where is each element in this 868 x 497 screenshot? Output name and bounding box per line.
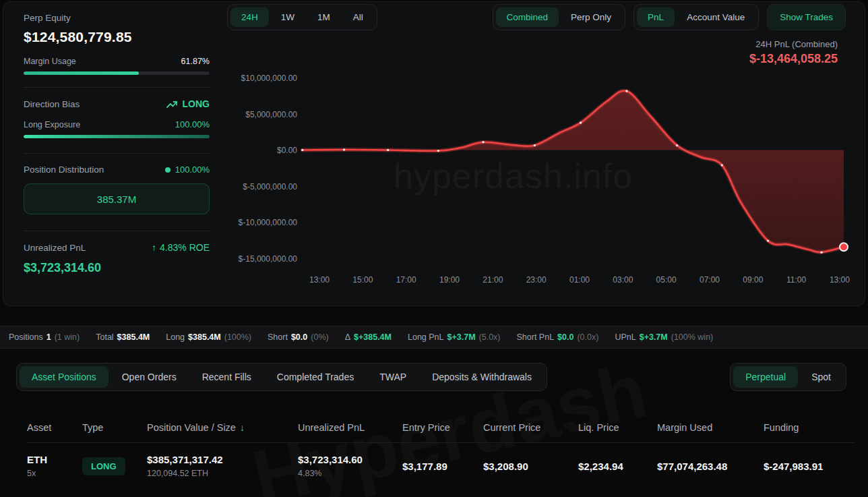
data-point-marker xyxy=(625,90,627,92)
direction-bias-value: LONG xyxy=(183,98,210,109)
chart-area: 24H1W1MAll CombinedPerp Only PnLAccount … xyxy=(222,2,865,305)
column-header-funding[interactable]: Funding xyxy=(764,422,855,433)
tab-recent-fills[interactable]: Recent Fills xyxy=(190,366,264,388)
column-header-label: Position Value / Size xyxy=(147,422,236,433)
table-body: ETH5xLONG$385,371,317.42120,094.52 ETH$3… xyxy=(27,443,855,478)
time-tab-24h[interactable]: 24H xyxy=(230,7,269,27)
time-tab-all[interactable]: All xyxy=(342,7,374,27)
sort-down-icon: ↓ xyxy=(240,422,245,433)
summary-total: Total$385.4M xyxy=(96,332,150,342)
summary-value: 1 xyxy=(46,332,51,342)
column-header-type[interactable]: Type xyxy=(82,422,147,433)
view-tab-account-value[interactable]: Account Value xyxy=(676,7,755,27)
unrealized-pnl-value: $3,723,314.60 xyxy=(298,454,402,465)
distribution-dot-icon xyxy=(165,167,170,173)
liq-price-cell: $2,234.94 xyxy=(578,461,657,472)
summary-paren: (0%) xyxy=(311,332,328,342)
show-trades-button[interactable]: Show Trades xyxy=(767,4,846,30)
perp-equity-value: $124,580,779.85 xyxy=(24,29,210,45)
position-distribution-box[interactable]: 385.37M xyxy=(24,183,210,214)
data-point-marker xyxy=(767,239,769,241)
position-value: $385,371,317.42 xyxy=(147,454,298,465)
data-point-marker xyxy=(676,144,678,146)
column-header-margin-used[interactable]: Margin Used xyxy=(657,422,764,433)
tab-open-orders[interactable]: Open Orders xyxy=(110,366,189,388)
type-cell: LONG xyxy=(82,457,147,475)
summary-paren: (5.0x) xyxy=(479,332,501,342)
trend-up-icon xyxy=(166,100,178,109)
unrealized-pnl-cell: $3,723,314.604.83% xyxy=(298,454,402,478)
unrealized-pnl-label: Unrealized PnL xyxy=(24,243,86,253)
column-header-unrealized-pnl[interactable]: Unrealized PnL xyxy=(298,422,402,433)
summary-label: Short xyxy=(268,332,288,342)
tab-completed-trades[interactable]: Completed Trades xyxy=(265,366,366,388)
market-tab-perpetual[interactable]: Perpetual xyxy=(733,366,798,388)
summary-paren: (0.0x) xyxy=(577,332,598,342)
combined-perp-tab-group: CombinedPerp Only xyxy=(493,4,626,30)
unrealized-pnl-pct: 4.83% xyxy=(298,469,402,478)
summary-short: Short$0.0(0%) xyxy=(268,332,329,342)
column-header-label: Margin Used xyxy=(657,422,712,433)
position-size: 120,094.52 ETH xyxy=(147,469,298,478)
data-point-marker xyxy=(721,164,723,166)
chart-toolbar: 24H1W1MAll CombinedPerp Only PnLAccount … xyxy=(227,4,846,30)
summary-label: Δ xyxy=(345,332,350,342)
summary-label: Long xyxy=(166,332,185,342)
arrow-up-icon: ↑ xyxy=(152,242,156,253)
summary-label: Positions xyxy=(9,332,43,342)
table-header-row: AssetTypePosition Value / Size↓Unrealize… xyxy=(27,413,855,443)
column-header-asset[interactable]: Asset xyxy=(27,422,82,433)
column-header-label: Funding xyxy=(764,422,799,433)
time-tab-1w[interactable]: 1W xyxy=(270,7,305,27)
data-point-marker xyxy=(580,121,582,123)
column-header-label: Type xyxy=(82,422,103,433)
market-tab-group: PerpetualSpot xyxy=(730,363,846,391)
summary-long-pnl: Long PnL$+3.7M(5.0x) xyxy=(408,332,501,342)
column-header-current-price[interactable]: Current Price xyxy=(483,422,578,433)
funding-cell: $-247,983.91 xyxy=(764,461,855,472)
current-value-dot[interactable] xyxy=(840,243,848,251)
summary-paren: (100% win) xyxy=(671,332,714,342)
market-tab-spot[interactable]: Spot xyxy=(799,366,843,388)
asset-cell: ETH5x xyxy=(27,454,82,478)
column-header-entry-price[interactable]: Entry Price xyxy=(402,422,483,433)
current-price-cell: $3,208.90 xyxy=(483,461,578,472)
column-header-liq-price[interactable]: Liq. Price xyxy=(578,422,657,433)
perp-equity-label: Perp Equity xyxy=(24,13,210,23)
margin-usage-value: 61.87% xyxy=(181,57,210,66)
column-header-position-value-size[interactable]: Position Value / Size↓ xyxy=(147,422,298,433)
positions-summary-bar: Positions1(1 win)Total$385.4MLong$385.4M… xyxy=(0,326,868,349)
data-point-marker xyxy=(437,150,439,152)
direction-bias-label: Direction Bias xyxy=(24,99,80,109)
positions-table: AssetTypePosition Value / Size↓Unrealize… xyxy=(27,413,855,478)
divider xyxy=(24,153,210,154)
positions-tab-group: Asset PositionsOpen OrdersRecent FillsCo… xyxy=(16,363,547,391)
tab-asset-positions[interactable]: Asset Positions xyxy=(20,366,108,388)
summary-short-pnl: Short PnL$0.0(0.0x) xyxy=(517,332,599,342)
pnl-account-tab-group: PnLAccount Value xyxy=(633,4,759,30)
summary-value: $+3.7M xyxy=(640,332,668,342)
mode-tab-combined[interactable]: Combined xyxy=(496,7,559,27)
margin-used-cell: $77,074,263.48 xyxy=(657,461,764,472)
summary-positions: Positions1(1 win) xyxy=(9,332,80,342)
summary-paren: (100%) xyxy=(224,332,251,342)
tab-deposits-withdrawals[interactable]: Deposits & Withdrawals xyxy=(420,366,544,388)
view-tab-pnl[interactable]: PnL xyxy=(637,7,675,27)
tab-twap[interactable]: TWAP xyxy=(367,366,418,388)
stats-panel: Perp Equity $124,580,779.85 Margin Usage… xyxy=(3,2,222,305)
summary-label: Total xyxy=(96,332,113,342)
time-tab-1m[interactable]: 1M xyxy=(307,7,341,27)
mode-tab-perp-only[interactable]: Perp Only xyxy=(560,7,622,27)
summary-long: Long$385.4M(100%) xyxy=(166,332,251,342)
column-header-label: Unrealized PnL xyxy=(298,422,365,433)
margin-usage-bar xyxy=(24,71,210,75)
data-point-marker xyxy=(820,251,822,253)
summary-value: $385.4M xyxy=(188,332,221,342)
summary-upnl: UPnL$+3.7M(100% win) xyxy=(615,332,713,342)
table-row[interactable]: ETH5xLONG$385,371,317.42120,094.52 ETH$3… xyxy=(27,443,855,478)
divider xyxy=(24,231,210,231)
time-range-tab-group: 24H1W1MAll xyxy=(227,4,377,30)
chart-header: 24H PnL (Combined) $-13,464,058.25 xyxy=(749,39,838,66)
column-header-label: Current Price xyxy=(483,422,540,433)
margin-usage-label: Margin Usage xyxy=(24,57,76,66)
